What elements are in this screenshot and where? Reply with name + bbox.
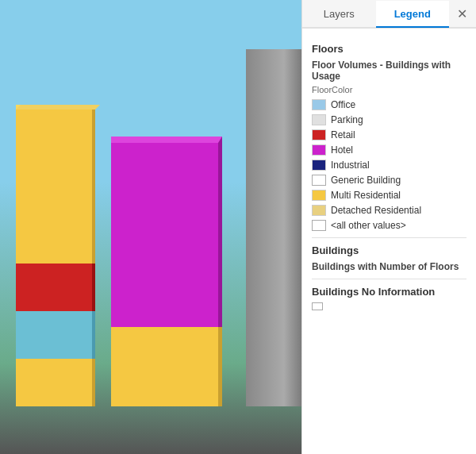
panel-content: Floors Floor Volumes - Buildings with Us… (302, 29, 476, 454)
section-title-buildings: Buildings (312, 244, 466, 256)
label-detached-residential: Detached Residential (331, 205, 421, 216)
label-industrial: Industrial (331, 160, 370, 171)
red-band (16, 264, 95, 311)
subsection-floor-volumes: Floor Volumes - Buildings with Usage (312, 60, 466, 82)
swatch-retail (312, 129, 326, 140)
legend-panel: Layers Legend ✕ Floors Floor Volumes - B… (301, 0, 476, 454)
swatch-industrial (312, 160, 326, 171)
label-multi-residential: Multi Residential (331, 190, 401, 201)
section-title-no-info: Buildings No Information (312, 286, 466, 298)
swatch-office (312, 99, 326, 110)
legend-detached-residential: Detached Residential (312, 205, 466, 216)
legend-hotel: Hotel (312, 144, 466, 156)
legend-office: Office (312, 99, 466, 110)
divider-2 (312, 279, 466, 279)
legend-other-values: <all other values> (312, 220, 466, 231)
swatch-hotel (312, 144, 326, 156)
label-generic: Generic Building (331, 175, 401, 186)
legend-parking: Parking (312, 114, 466, 125)
sublabel-floorcolor: FloorColor (312, 85, 466, 94)
yellow-building (16, 105, 95, 406)
section-floors: Floors Floor Volumes - Buildings with Us… (312, 43, 466, 231)
legend-industrial: Industrial (312, 160, 466, 171)
legend-retail: Retail (312, 129, 466, 140)
label-other: <all other values> (331, 220, 406, 231)
section-title-floors: Floors (312, 43, 466, 55)
section-buildings: Buildings Buildings with Number of Floor… (312, 244, 466, 272)
label-hotel: Hotel (331, 144, 353, 156)
swatch-multi-residential (312, 190, 326, 201)
yellow-base (111, 327, 222, 406)
section-buildings-no-info: Buildings No Information (312, 286, 466, 310)
swatch-no-info-partial (312, 302, 323, 310)
subsection-buildings-floors: Buildings with Number of Floors (312, 261, 466, 272)
map-background (0, 0, 309, 454)
tab-layers[interactable]: Layers (302, 1, 376, 28)
swatch-other (312, 220, 326, 231)
tab-legend[interactable]: Legend (376, 1, 450, 28)
cyan-band (16, 311, 95, 359)
label-retail: Retail (331, 129, 355, 140)
legend-multi-residential: Multi Residential (312, 190, 466, 201)
legend-generic: Generic Building (312, 175, 466, 186)
label-parking: Parking (331, 114, 363, 125)
swatch-generic (312, 175, 326, 186)
bg-building (246, 49, 309, 406)
divider-1 (312, 237, 466, 238)
label-office: Office (331, 99, 355, 110)
swatch-detached-residential (312, 205, 326, 216)
close-button[interactable]: ✕ (449, 1, 474, 26)
swatch-parking (312, 114, 326, 125)
panel-tabs: Layers Legend ✕ (302, 0, 476, 29)
